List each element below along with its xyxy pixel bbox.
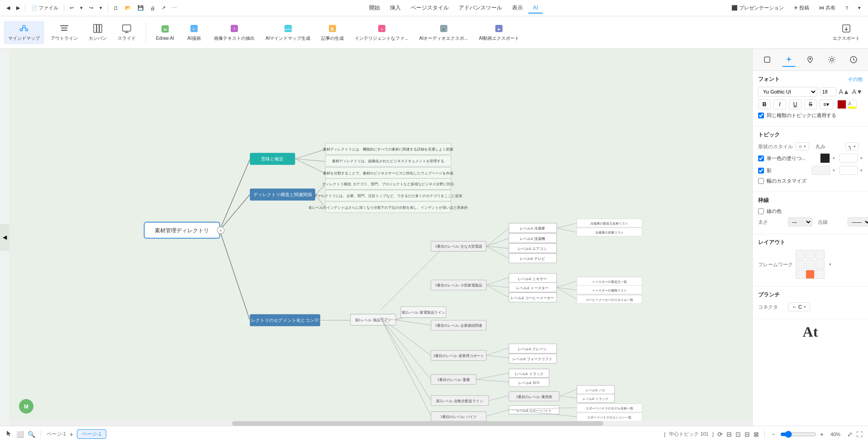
ai-mindmap-btn[interactable]: MAP AIマインドマップ生成 [261, 21, 315, 44]
layout-btn-1[interactable]: ⊟ [726, 431, 732, 438]
redo-dropdown[interactable]: ▾ [97, 3, 105, 13]
font-color-swatch[interactable] [837, 100, 846, 109]
bold-button[interactable]: B [758, 99, 771, 109]
dotline-select[interactable]: —— - - - · · · [848, 217, 868, 226]
ai-mindmap-label: AIマインドマップ生成 [266, 35, 310, 42]
page-tab[interactable]: ページ-1 [77, 429, 106, 439]
panel-tab-location[interactable] [803, 53, 817, 66]
shape-style-select[interactable]: ○ ▾ [796, 142, 809, 150]
left-panel-toggle[interactable]: ◀ [0, 224, 9, 251]
canvas-area[interactable]: 素材管理ディレクトリ 意味と確定 素材ディレクトリとは、機能的にすべての素材に関… [9, 49, 752, 426]
panel-tab-clock[interactable] [847, 53, 860, 66]
horizontal-scrollbar[interactable] [9, 421, 752, 426]
help-button[interactable]: ? [842, 4, 852, 13]
kanban-btn[interactable]: カンバン [84, 21, 111, 44]
menu-ai[interactable]: AI [528, 3, 542, 14]
new-button[interactable]: 🗋 [111, 4, 121, 13]
svg-line-126 [476, 380, 509, 382]
ai-video-btn[interactable]: ▶ AI動画エクスポート [474, 21, 524, 44]
layout-btn-2[interactable]: ⊡ [735, 431, 741, 438]
intelligent-btn[interactable]: ✦ インテリジェントなファ... [350, 21, 413, 44]
presentation-button[interactable]: ⬛ プレゼンテーション [728, 3, 787, 13]
sync-btn[interactable]: ⟳ [717, 431, 723, 438]
zoom-in-btn[interactable]: + [820, 431, 824, 438]
panel-tab-shape[interactable] [760, 53, 774, 66]
open-button[interactable]: 📂 [122, 3, 134, 13]
underline-button[interactable]: U [789, 99, 802, 109]
topic-color-box[interactable] [820, 153, 830, 163]
shadow-checkbox[interactable] [758, 168, 764, 174]
menu-start[interactable]: 開始 [365, 2, 384, 14]
border-width-select[interactable]: — ── ─── [788, 217, 812, 226]
grid-cell-4[interactable] [806, 260, 815, 269]
panel-tab-ai[interactable] [782, 52, 796, 67]
font-size-decrease[interactable]: A▼ [852, 88, 863, 95]
width-custom-checkbox[interactable] [758, 178, 764, 184]
post-button[interactable]: ✈ 投稿 [790, 3, 813, 13]
align-button[interactable]: ≡▾ [820, 99, 833, 109]
zoom-slider[interactable] [780, 431, 816, 438]
outline-btn[interactable]: アウトライン [46, 21, 82, 44]
forward-button[interactable]: ▶ [14, 3, 23, 13]
undo-dropdown[interactable]: ▾ [77, 3, 85, 13]
svg-line-72 [486, 238, 509, 246]
save-button[interactable]: 💾 [135, 3, 147, 13]
mindmap-btn[interactable]: マインドマップ [4, 21, 44, 44]
font-size-increase[interactable]: A▲ [839, 88, 849, 95]
scrollbar-thumb[interactable] [232, 421, 604, 426]
print-button[interactable]: 🖨 [147, 4, 158, 13]
menu-insert[interactable]: 挿入 [385, 2, 405, 14]
connector-select[interactable]: ← C ▾ [788, 302, 810, 311]
grid-cell-2[interactable] [816, 250, 825, 259]
apply-same-checkbox[interactable] [758, 113, 764, 118]
edraw-ai-btn[interactable]: AI Edraw AI [152, 21, 179, 43]
highlight-color-swatch[interactable]: A [848, 100, 857, 109]
single-color-checkbox[interactable] [758, 155, 764, 161]
fit-screen-btn[interactable]: ⤢ [847, 431, 853, 438]
grid-cell-3[interactable] [796, 260, 805, 269]
grid-cell-1[interactable] [806, 250, 815, 259]
select-tool-btn[interactable] [5, 430, 13, 438]
image-text-btn[interactable]: T 画像テキストの抽出 [209, 21, 259, 44]
svg-line-81 [557, 223, 577, 228]
menu-bar: ◀ ▶ 📄 ファイル ↩ ▾ ↪ ▾ 🗋 📂 💾 🖨 ↗ ⋯ 開始 挿入 ページ… [0, 0, 868, 16]
frame-tool-btn[interactable]: ⬜ [16, 431, 24, 438]
more-button[interactable]: ⋯ [169, 3, 180, 13]
font-name-select[interactable]: Yu Gothic UI [758, 87, 817, 97]
other-label[interactable]: その他 [848, 76, 863, 83]
file-button[interactable]: 📄 ファイル [28, 3, 61, 13]
ai-draw-btn[interactable]: ✏ AI描画 [180, 21, 208, 44]
font-size-input[interactable] [820, 87, 836, 96]
article-btn[interactable]: 📝 記事の生成 [317, 21, 348, 44]
outline-label: アウトライン [51, 35, 78, 42]
share-button[interactable]: ⋈ 共有 [816, 3, 839, 13]
zoom-tool-btn[interactable]: 🔍 [28, 431, 35, 438]
back-button[interactable]: ◀ [4, 3, 13, 13]
more-menu-button[interactable]: ▾ [854, 3, 864, 13]
redo-button[interactable]: ↪ [86, 3, 96, 13]
layout-btn-4[interactable]: ⊠ [754, 431, 759, 438]
menu-page-style[interactable]: ページスタイル [406, 2, 453, 14]
slide-btn[interactable]: スライド [113, 21, 140, 44]
grid-cell-5[interactable] [816, 260, 825, 269]
add-page-btn[interactable]: + [70, 431, 73, 438]
grid-cell-7[interactable] [806, 270, 815, 279]
italic-button[interactable]: I [773, 99, 786, 109]
menu-view[interactable]: 表示 [508, 2, 527, 14]
grid-cell-6[interactable] [796, 270, 805, 279]
grid-cell-8[interactable] [816, 270, 825, 279]
strikethrough-button[interactable]: S [804, 99, 817, 109]
undo-button[interactable]: ↩ [67, 3, 76, 13]
share-file-button[interactable]: ↗ [159, 3, 168, 13]
ai-audio-btn[interactable]: 🔊 AIオーディオエクスポ... [415, 21, 473, 44]
intelligent-icon: ✦ [377, 24, 387, 33]
border-color-checkbox[interactable] [758, 208, 764, 214]
panel-tab-settings[interactable] [825, 53, 839, 66]
corner-select[interactable]: ┐ ▾ [845, 142, 859, 150]
export-btn[interactable]: エクスポート [828, 21, 864, 44]
menu-advanced[interactable]: アドバンスツール [454, 2, 507, 14]
zoom-out-btn[interactable]: － [770, 430, 777, 438]
fullscreen-btn[interactable]: ⛶ [856, 431, 863, 438]
grid-cell-0[interactable] [796, 250, 805, 259]
layout-btn-3[interactable]: ⊟ [745, 431, 750, 438]
